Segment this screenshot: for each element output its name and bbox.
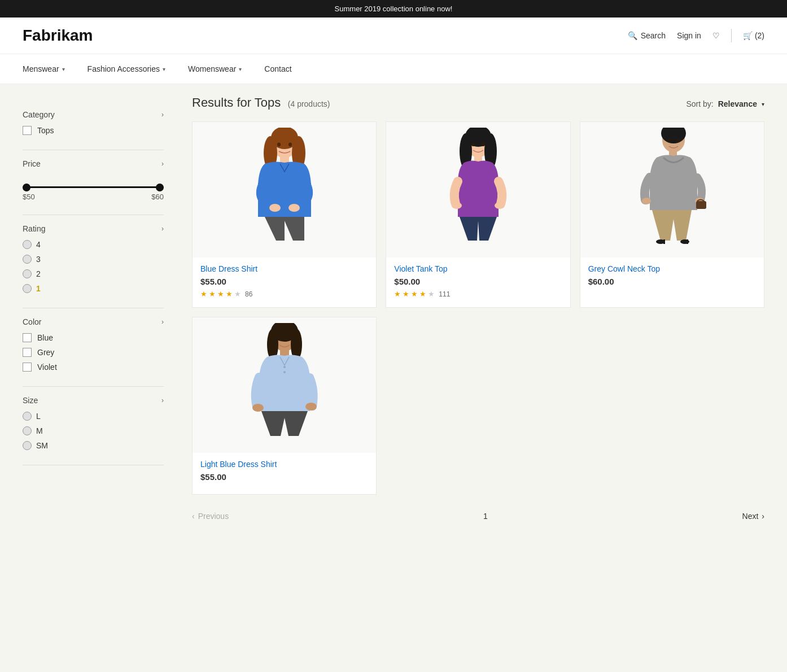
previous-button[interactable]: ‹ Previous [192, 512, 229, 521]
empty-cell-1 [386, 317, 570, 495]
product-grid: Blue Dress Shirt $55.00 ★ ★ ★ ★ ★ 86 [192, 121, 764, 308]
filter-violet[interactable]: Violet [23, 363, 164, 372]
tops-checkbox[interactable] [23, 126, 32, 135]
nav-item-contact[interactable]: Contact [253, 54, 303, 84]
star-3: ★ [217, 290, 224, 298]
product-info-4: Light Blue Dress Shirt $55.00 [193, 453, 376, 494]
filter-blue[interactable]: Blue [23, 333, 164, 342]
results-count: (4 products) [288, 99, 330, 108]
color-header[interactable]: Color › [23, 317, 164, 326]
chevron-down-icon: ▾ [163, 66, 165, 72]
sort-chevron-icon[interactable]: ▾ [762, 101, 764, 107]
rating-2[interactable]: 2 [23, 269, 164, 278]
size-M-radio[interactable] [23, 426, 32, 435]
star-1: ★ [394, 290, 401, 298]
product-image-1 [193, 122, 376, 258]
svg-point-8 [277, 143, 281, 147]
chevron-down-icon: ▾ [62, 66, 65, 72]
product-info-1: Blue Dress Shirt $55.00 ★ ★ ★ ★ ★ 86 [193, 258, 376, 307]
heart-icon: ♡ [712, 31, 720, 40]
announcement-bar: Summer 2019 collection online now! [0, 0, 787, 18]
star-2: ★ [403, 290, 409, 298]
price-max: $60 [151, 193, 164, 201]
next-button[interactable]: Next › [742, 512, 764, 521]
wishlist-button[interactable]: ♡ [712, 31, 720, 40]
filter-tops[interactable]: Tops [23, 126, 164, 135]
size-L-label: L [36, 412, 41, 421]
nav-label-womenswear: Womenswear [188, 64, 236, 73]
price-slider-thumb-left[interactable] [23, 184, 30, 191]
rating-1[interactable]: 1 [23, 284, 164, 293]
size-SM[interactable]: SM [23, 441, 164, 450]
rating-header[interactable]: Rating › [23, 224, 164, 233]
cart-button[interactable]: 🛒 (2) [743, 31, 764, 40]
star-4: ★ [226, 290, 233, 298]
grey-checkbox[interactable] [23, 348, 32, 357]
price-slider-track [23, 186, 164, 188]
product-figure-blue-shirt [248, 128, 321, 252]
color-label: Color [23, 317, 41, 326]
blue-label: Blue [37, 333, 53, 342]
rating-3[interactable]: 3 [23, 255, 164, 264]
svg-point-43 [252, 404, 264, 412]
category-header[interactable]: Category › [23, 110, 164, 119]
product-image-4 [193, 317, 376, 453]
svg-point-6 [288, 204, 300, 212]
price-range: $50 $60 [23, 175, 164, 206]
nav-item-womenswear[interactable]: Womenswear ▾ [177, 54, 253, 84]
price-min: $50 [23, 193, 35, 201]
star-1: ★ [200, 290, 207, 298]
rating-4[interactable]: 4 [23, 240, 164, 249]
nav-label-contact: Contact [264, 64, 291, 73]
product-card-1[interactable]: Blue Dress Shirt $55.00 ★ ★ ★ ★ ★ 86 [192, 121, 377, 308]
svg-point-9 [288, 143, 292, 147]
review-count-1: 86 [245, 290, 252, 298]
product-price-2: $50.00 [394, 277, 562, 286]
svg-point-40 [283, 366, 286, 368]
product-name-3[interactable]: Grey Cowl Neck Top [588, 264, 756, 273]
blue-checkbox[interactable] [23, 333, 32, 342]
chevron-left-icon: ‹ [192, 512, 195, 521]
sidebar: Category › Tops Price › $50 $60 [23, 95, 181, 526]
filter-grey[interactable]: Grey [23, 348, 164, 357]
price-labels: $50 $60 [23, 193, 164, 201]
category-label: Category [23, 110, 55, 119]
results-header: Results for Tops (4 products) Sort by: R… [192, 95, 764, 110]
nav-label-fashion-accessories: Fashion Accessories [88, 64, 160, 73]
size-L[interactable]: L [23, 412, 164, 421]
product-figure-lightblue-shirt [248, 323, 321, 447]
price-header[interactable]: Price › [23, 159, 164, 168]
price-slider-thumb-right[interactable] [156, 184, 164, 191]
signin-button[interactable]: Sign in [677, 31, 701, 40]
logo[interactable]: Fabrikam [23, 27, 93, 45]
star-5: ★ [428, 290, 435, 298]
size-M[interactable]: M [23, 426, 164, 435]
header-divider [731, 29, 732, 42]
rating-2-radio[interactable] [23, 269, 32, 278]
grey-label: Grey [37, 348, 54, 357]
size-L-radio[interactable] [23, 412, 32, 421]
nav-item-fashion-accessories[interactable]: Fashion Accessories ▾ [76, 54, 177, 84]
rating-1-radio[interactable] [23, 284, 32, 293]
product-card-2[interactable]: Violet Tank Top $50.00 ★ ★ ★ ★ ★ 111 [386, 121, 570, 308]
nav-item-menswear[interactable]: Menswear ▾ [23, 54, 76, 84]
violet-checkbox[interactable] [23, 363, 32, 372]
rating-4-radio[interactable] [23, 240, 32, 249]
product-name-1[interactable]: Blue Dress Shirt [200, 264, 368, 273]
rating-label: Rating [23, 224, 45, 233]
size-header[interactable]: Size › [23, 396, 164, 405]
product-name-4[interactable]: Light Blue Dress Shirt [200, 460, 368, 469]
header-actions: 🔍 Search Sign in ♡ 🛒 (2) [628, 29, 764, 42]
svg-point-20 [471, 143, 475, 146]
rating-2-label: 2 [36, 269, 41, 278]
rating-3-radio[interactable] [23, 255, 32, 264]
review-count-2: 111 [439, 290, 450, 298]
product-name-2[interactable]: Violet Tank Top [394, 264, 562, 273]
search-button[interactable]: 🔍 Search [628, 31, 666, 40]
product-stars-2: ★ ★ ★ ★ ★ 111 [394, 290, 562, 298]
nav-label-menswear: Menswear [23, 64, 59, 73]
size-SM-radio[interactable] [23, 441, 32, 450]
product-card-4[interactable]: Light Blue Dress Shirt $55.00 [192, 317, 377, 495]
product-card-3[interactable]: Grey Cowl Neck Top $60.00 [580, 121, 764, 308]
svg-point-46 [288, 337, 291, 341]
